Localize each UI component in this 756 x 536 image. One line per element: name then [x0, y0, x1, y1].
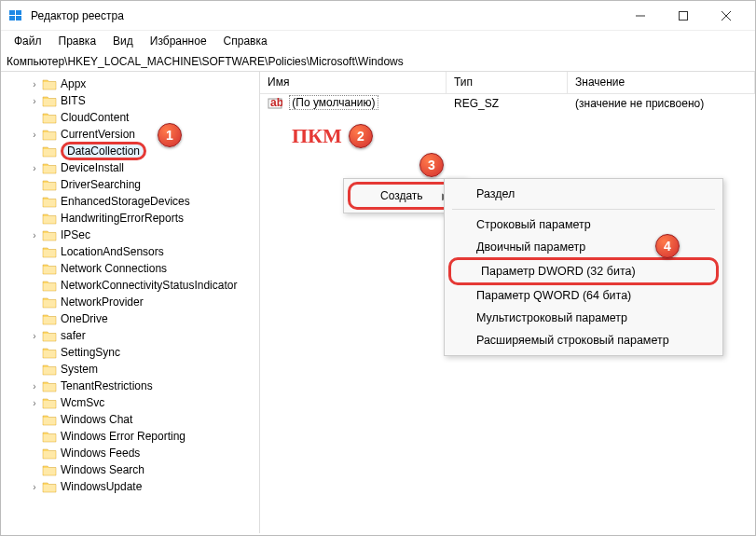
folder-icon [42, 330, 57, 342]
menubar: Файл Правка Вид Избранное Справка [1, 31, 755, 51]
menu-favorites[interactable]: Избранное [143, 33, 214, 49]
folder-icon [42, 129, 57, 141]
address-bar[interactable]: Компьютер\HKEY_LOCAL_MACHINE\SOFTWARE\Po… [1, 51, 755, 72]
value-type: REG_SZ [447, 96, 568, 111]
tree-item-label: Network Connections [61, 262, 167, 275]
tree-item[interactable]: Network Connections [1, 260, 259, 277]
expand-icon[interactable]: › [29, 78, 40, 89]
tree-item-label: CloudContent [61, 111, 129, 124]
menu-file[interactable]: Файл [7, 33, 49, 49]
tree-item[interactable]: ›safer [1, 327, 259, 344]
expand-icon[interactable]: › [29, 397, 40, 408]
column-value[interactable]: Значение [568, 72, 755, 93]
tree-item[interactable]: ›BITS [1, 92, 259, 109]
expand-placeholder [29, 263, 40, 274]
expand-placeholder [29, 414, 40, 425]
column-type[interactable]: Тип [447, 72, 568, 93]
expand-placeholder [29, 431, 40, 442]
submenu-dword[interactable]: Параметр DWORD (32 бита) [448, 257, 719, 285]
badge-3: 3 [419, 153, 444, 177]
tree-item[interactable]: CloudContent [1, 109, 259, 126]
tree-item[interactable]: ›DeviceInstall [1, 159, 259, 176]
window-title: Редактор реестра [31, 9, 619, 22]
tree-item[interactable]: DataCollection [1, 143, 259, 159]
expand-placeholder [29, 196, 40, 207]
tree-item[interactable]: Windows Chat [1, 411, 259, 428]
value-data: (значение не присвоено) [568, 96, 755, 111]
tree-item[interactable]: ›TenantRestrictions [1, 378, 259, 394]
column-name[interactable]: Имя [260, 72, 447, 93]
tree-item[interactable]: System [1, 361, 259, 378]
folder-icon [42, 347, 57, 359]
expand-icon[interactable]: › [29, 95, 40, 106]
tree-item[interactable]: Windows Search [1, 461, 259, 478]
folder-icon [42, 162, 57, 174]
tree-item-label: WindowsUpdate [61, 480, 142, 493]
tree-item[interactable]: Windows Feeds [1, 445, 259, 461]
value-name-cell: ab (По умолчанию) [260, 95, 447, 112]
tree-item[interactable]: EnhancedStorageDevices [1, 193, 259, 210]
expand-placeholder [29, 296, 40, 308]
tree-item[interactable]: ›CurrentVersion [1, 126, 259, 143]
folder-icon [42, 414, 57, 426]
badge-1: 1 [158, 123, 182, 147]
menu-help[interactable]: Справка [216, 33, 275, 49]
folder-icon [42, 179, 57, 191]
folder-icon [42, 78, 57, 90]
tree-item[interactable]: ›IPSec [1, 227, 259, 243]
app-icon [8, 8, 23, 23]
tree-item[interactable]: SettingSync [1, 344, 259, 361]
submenu-key[interactable]: Раздел [447, 183, 721, 205]
value-name: (По умолчанию) [289, 95, 378, 110]
tree-item-label: Windows Error Reporting [61, 430, 186, 443]
tree-item[interactable]: Windows Error Reporting [1, 428, 259, 445]
folder-icon [42, 380, 57, 392]
tree-item-label: DataCollection [61, 142, 146, 160]
expand-placeholder [29, 347, 40, 358]
expand-icon[interactable]: › [29, 129, 40, 140]
tree-item[interactable]: ›WindowsUpdate [1, 478, 259, 495]
expand-icon[interactable]: › [29, 229, 40, 241]
tree-item[interactable]: NetworkConnectivityStatusIndicator [1, 277, 259, 294]
badge-4: 4 [655, 234, 680, 258]
folder-icon [42, 447, 57, 460]
tree-item-label: EnhancedStorageDevices [61, 195, 190, 208]
minimize-button[interactable] [619, 2, 662, 30]
tree-item[interactable]: OneDrive [1, 310, 259, 327]
expand-icon[interactable]: › [29, 330, 40, 341]
submenu-qword[interactable]: Параметр QWORD (64 бита) [447, 284, 721, 307]
expand-icon[interactable]: › [29, 380, 40, 392]
expand-placeholder [29, 112, 40, 123]
menu-edit[interactable]: Правка [51, 33, 104, 49]
submenu-string[interactable]: Строковый параметр [447, 213, 721, 236]
svg-rect-2 [9, 16, 15, 21]
list-header: Имя Тип Значение [260, 72, 755, 94]
folder-icon [42, 464, 57, 476]
tree-item-label: NetworkProvider [61, 295, 144, 309]
tree-item[interactable]: HandwritingErrorReports [1, 210, 259, 227]
folder-icon [42, 263, 57, 275]
expand-placeholder [29, 179, 40, 190]
list-row[interactable]: ab (По умолчанию) REG_SZ (значение не пр… [260, 94, 755, 113]
tree-item[interactable]: ›WcmSvc [1, 394, 259, 411]
tree-item[interactable]: NetworkProvider [1, 294, 259, 310]
tree-item-label: LocationAndSensors [61, 245, 164, 258]
submenu-expand[interactable]: Расширяемый строковый параметр [447, 329, 721, 351]
folder-icon [42, 229, 57, 241]
expand-placeholder [29, 364, 40, 375]
tree-pane[interactable]: ›Appx›BITSCloudContent›CurrentVersionDat… [1, 72, 260, 533]
expand-icon[interactable]: › [29, 481, 40, 492]
maximize-button[interactable] [662, 2, 705, 30]
expand-placeholder [29, 213, 40, 224]
menu-view[interactable]: Вид [105, 33, 141, 49]
tree-item[interactable]: LocationAndSensors [1, 243, 259, 260]
svg-rect-3 [16, 16, 21, 21]
tree-item[interactable]: DriverSearching [1, 176, 259, 193]
submenu-multi[interactable]: Мультистроковый параметр [447, 307, 721, 329]
address-path: Компьютер\HKEY_LOCAL_MACHINE\SOFTWARE\Po… [7, 55, 404, 68]
close-button[interactable] [705, 2, 748, 30]
tree-item-label: safer [61, 329, 86, 342]
expand-icon[interactable]: › [29, 162, 40, 173]
tree-item[interactable]: ›Appx [1, 76, 259, 92]
svg-rect-1 [16, 10, 21, 15]
